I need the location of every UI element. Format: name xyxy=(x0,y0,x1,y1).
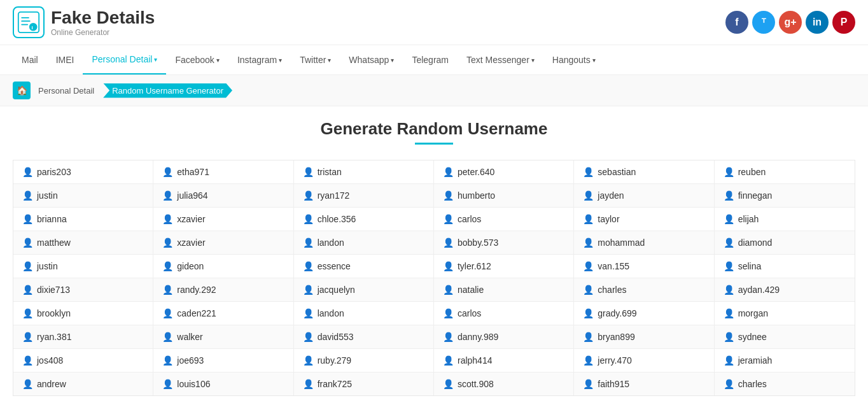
username-cell[interactable]: 👤ralph414 xyxy=(434,349,574,373)
user-icon: 👤 xyxy=(443,261,454,271)
user-icon: 👤 xyxy=(724,238,734,248)
username-cell[interactable]: 👤grady.699 xyxy=(574,302,714,325)
username-cell[interactable]: 👤caden221 xyxy=(153,302,293,325)
username-cell[interactable]: 👤andrew xyxy=(13,373,153,395)
username-cell[interactable]: 👤charles xyxy=(715,373,855,395)
username-cell[interactable]: 👤jayden xyxy=(574,184,714,208)
username-text: taylor xyxy=(598,214,619,224)
username-cell[interactable]: 👤taylor xyxy=(574,208,714,231)
username-cell[interactable]: 👤brooklyn xyxy=(13,302,153,325)
username-cell[interactable]: 👤landon xyxy=(294,231,434,255)
username-cell[interactable]: 👤sydnee xyxy=(715,325,855,349)
username-cell[interactable]: 👤bryan899 xyxy=(574,325,714,349)
user-icon: 👤 xyxy=(22,379,33,389)
username-cell[interactable]: 👤jeramiah xyxy=(715,349,855,373)
username-cell[interactable]: 👤brianna xyxy=(13,208,153,231)
username-text: humberto xyxy=(458,190,495,201)
nav-whatsapp[interactable]: Whatsapp ▾ xyxy=(340,46,403,74)
username-cell[interactable]: 👤justin xyxy=(13,255,153,278)
nav-facebook[interactable]: Facebook ▾ xyxy=(166,46,228,74)
user-icon: 👤 xyxy=(162,214,173,224)
username-cell[interactable]: 👤ryan.381 xyxy=(13,325,153,349)
username-cell[interactable]: 👤carlos xyxy=(434,208,574,231)
username-cell[interactable]: 👤jerry.470 xyxy=(574,349,714,373)
username-cell[interactable]: 👤peter.640 xyxy=(434,160,574,184)
username-cell[interactable]: 👤reuben xyxy=(715,160,855,184)
username-text: danny.989 xyxy=(458,332,498,342)
username-cell[interactable]: 👤chloe.356 xyxy=(294,208,434,231)
username-cell[interactable]: 👤humberto xyxy=(434,184,574,208)
username-text: andrew xyxy=(37,379,66,389)
username-cell[interactable]: 👤charles xyxy=(574,278,714,302)
username-cell[interactable]: 👤walker xyxy=(153,325,293,349)
username-cell[interactable]: 👤xzavier xyxy=(153,208,293,231)
username-text: caden221 xyxy=(177,308,216,318)
username-cell[interactable]: 👤julia964 xyxy=(153,184,293,208)
username-cell[interactable]: 👤sebastian xyxy=(574,160,714,184)
nav-hangouts[interactable]: Hangouts ▾ xyxy=(543,46,605,74)
pinterest-social-icon[interactable]: P xyxy=(832,11,855,34)
username-cell[interactable]: 👤tristan xyxy=(294,160,434,184)
username-cell[interactable]: 👤elijah xyxy=(715,208,855,231)
username-cell[interactable]: 👤danny.989 xyxy=(434,325,574,349)
username-cell[interactable]: 👤finnegan xyxy=(715,184,855,208)
username-cell[interactable]: 👤scott.908 xyxy=(434,373,574,395)
username-cell[interactable]: 👤matthew xyxy=(13,231,153,255)
username-cell[interactable]: 👤paris203 xyxy=(13,160,153,184)
username-cell[interactable]: 👤ryan172 xyxy=(294,184,434,208)
nav-imei[interactable]: IMEI xyxy=(47,46,83,74)
username-cell[interactable]: 👤jacquelyn xyxy=(294,278,434,302)
nav-mail[interactable]: Mail xyxy=(13,46,47,74)
nav-twitter[interactable]: Twitter ▾ xyxy=(291,46,340,74)
username-cell[interactable]: 👤david553 xyxy=(294,325,434,349)
username-cell[interactable]: 👤dixie713 xyxy=(13,278,153,302)
username-cell[interactable]: 👤ruby.279 xyxy=(294,349,434,373)
username-cell[interactable]: 👤xzavier xyxy=(153,231,293,255)
username-cell[interactable]: 👤essence xyxy=(294,255,434,278)
facebook-social-icon[interactable]: f xyxy=(725,11,748,34)
username-cell[interactable]: 👤bobby.573 xyxy=(434,231,574,255)
username-text: gideon xyxy=(177,261,204,271)
user-icon: 👤 xyxy=(583,355,594,366)
nav-text-messenger[interactable]: Text Messenger ▾ xyxy=(458,46,543,74)
linkedin-social-icon[interactable]: in xyxy=(806,11,829,34)
username-text: landon xyxy=(318,238,344,248)
username-cell[interactable]: 👤gideon xyxy=(153,255,293,278)
username-text: justin xyxy=(37,261,58,271)
username-cell[interactable]: 👤jos408 xyxy=(13,349,153,373)
nav-instagram[interactable]: Instagram ▾ xyxy=(228,46,291,74)
username-cell[interactable]: 👤louis106 xyxy=(153,373,293,395)
username-cell[interactable]: 👤selina xyxy=(715,255,855,278)
user-icon: 👤 xyxy=(162,238,173,248)
user-icon: 👤 xyxy=(22,285,33,295)
username-cell[interactable]: 👤frank725 xyxy=(294,373,434,395)
username-cell[interactable]: 👤randy.292 xyxy=(153,278,293,302)
username-cell[interactable]: 👤justin xyxy=(13,184,153,208)
username-cell[interactable]: 👤natalie xyxy=(434,278,574,302)
user-icon: 👤 xyxy=(162,167,173,177)
username-cell[interactable]: 👤van.155 xyxy=(574,255,714,278)
twitter-social-icon[interactable]: ᵀ xyxy=(752,11,775,34)
username-cell[interactable]: 👤landon xyxy=(294,302,434,325)
username-cell[interactable]: 👤aydan.429 xyxy=(715,278,855,302)
page-title: Generate Random Username xyxy=(13,119,855,139)
googleplus-social-icon[interactable]: g+ xyxy=(779,11,802,34)
user-icon: 👤 xyxy=(583,379,594,389)
user-icon: 👤 xyxy=(162,332,173,342)
username-text: van.155 xyxy=(598,261,629,271)
username-cell[interactable]: 👤carlos xyxy=(434,302,574,325)
username-cell[interactable]: 👤diamond xyxy=(715,231,855,255)
username-cell[interactable]: 👤morgan xyxy=(715,302,855,325)
username-cell[interactable]: 👤etha971 xyxy=(153,160,293,184)
user-icon: 👤 xyxy=(303,332,314,342)
nav-telegram[interactable]: Telegram xyxy=(403,46,458,74)
breadcrumb-home-icon[interactable]: 🏠 xyxy=(13,82,31,99)
nav-personal-detail[interactable]: Personal Detail ▾ xyxy=(83,45,166,75)
username-cell[interactable]: 👤tyler.612 xyxy=(434,255,574,278)
username-cell[interactable]: 👤faith915 xyxy=(574,373,714,395)
user-icon: 👤 xyxy=(303,355,314,366)
user-icon: 👤 xyxy=(162,190,173,201)
username-cell[interactable]: 👤mohammad xyxy=(574,231,714,255)
breadcrumb-personal-detail[interactable]: Personal Detail xyxy=(31,83,102,98)
username-cell[interactable]: 👤joe693 xyxy=(153,349,293,373)
